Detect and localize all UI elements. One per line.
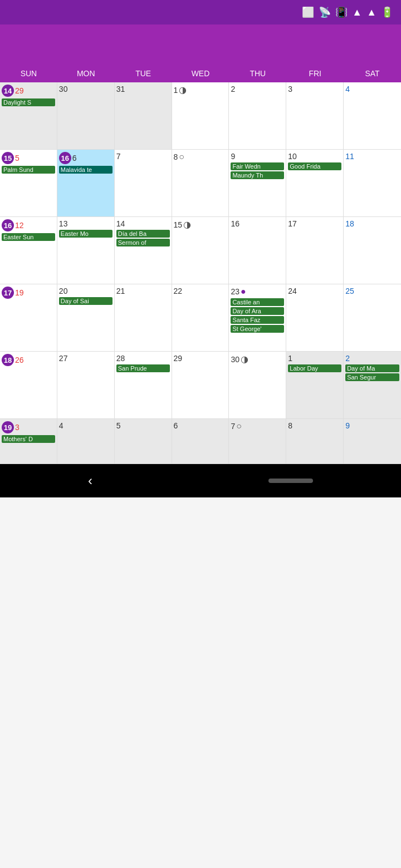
date-number: 23 [231,287,239,296]
event-item[interactable]: Palm Sund [2,166,55,174]
calendar-cell-4-6[interactable]: 24 [286,284,344,351]
event-item[interactable]: Santa Faz [231,316,284,324]
home-indicator[interactable] [268,479,313,483]
day-header-mon: MON [57,67,115,80]
calendar-cell-6-5[interactable]: 7○ [229,419,286,463]
calendar-cell-5-6[interactable]: 1Labor Day [286,352,344,418]
date-number: 12 [15,221,24,230]
cell-date: 24 [288,287,341,295]
calendar-cell-2-1[interactable]: 155Palm Sund [0,150,57,216]
calendar-cell-4-1[interactable]: 1719 [0,284,57,351]
calendar-cell-1-5[interactable]: 2 [229,82,286,149]
calendar-cell-3-3[interactable]: 14Día del BaSermon of [115,217,172,284]
cell-date: 1◑ [174,85,227,95]
calendar-cell-5-1[interactable]: 1826 [0,352,57,418]
calendar-cell-1-6[interactable]: 3 [286,82,344,149]
event-item[interactable]: Day of Ma [345,364,399,372]
date-number: 4 [59,421,63,430]
cell-date: 8 [288,421,341,430]
event-item[interactable]: St George' [231,325,284,333]
calendar-cell-6-6[interactable]: 8 [286,419,344,463]
day-header-sat: SAT [344,67,401,80]
event-item[interactable]: San Segur [345,373,399,381]
moon-icon: ◑ [183,219,191,230]
calendar-cell-6-2[interactable]: 4 [57,419,115,463]
calendar-cell-2-4[interactable]: 8○ [172,150,229,216]
calendar-cell-1-4[interactable]: 1◑ [172,82,229,149]
moon-full-icon: ● [241,287,246,297]
calendar-cell-6-4[interactable]: 6 [172,419,229,463]
calendar-cell-6-1[interactable]: 193Mothers' D [0,419,57,463]
event-item[interactable]: Mothers' D [2,435,55,443]
calendar-cell-3-2[interactable]: 13Easter Mo [57,217,115,284]
calendar-cell-2-7[interactable]: 11 [344,150,401,216]
week-number-badge: 16 [59,152,71,164]
event-item[interactable]: Sermon of [116,239,170,246]
bottom-nav: ‹ [0,464,401,497]
event-item[interactable]: Daylight S [2,98,55,106]
calendar-cell-6-3[interactable]: 5 [115,419,172,463]
event-item[interactable]: Día del Ba [116,230,170,238]
cell-date: 30 [59,85,113,93]
calendar-cell-5-5[interactable]: 30◑ [229,352,286,418]
event-item[interactable]: Maundy Th [231,171,284,179]
event-item[interactable]: Labor Day [288,364,341,372]
event-item[interactable]: Malavida te [59,166,113,174]
calendar-cell-4-5[interactable]: 23●Castile anDay of AraSanta FazSt Georg… [229,284,286,351]
calendar-cell-5-4[interactable]: 29 [172,352,229,418]
calendar-cell-2-3[interactable]: 7 [115,150,172,216]
date-number: 1 [288,354,292,363]
event-item[interactable]: Easter Sun [2,233,55,241]
cell-date: 18 [345,219,399,228]
week-number-badge: 16 [2,219,14,231]
date-number: 19 [15,288,24,297]
cell-date: 9 [231,152,284,161]
status-icons: ⬜ 📡 📳 ▲ ▲ 🔋 [302,6,393,18]
calendar-cell-1-3[interactable]: 31 [115,82,172,149]
calendar-cell-1-1[interactable]: 1429Daylight S [0,82,57,149]
event-item[interactable]: Castile an [231,298,284,306]
event-item[interactable]: San Prude [116,364,170,372]
cell-date: 13 [59,219,113,228]
calendar-cell-5-3[interactable]: 28San Prude [115,352,172,418]
calendar-cell-5-2[interactable]: 27 [57,352,115,418]
calendar-cell-2-6[interactable]: 10Good Frida [286,150,344,216]
event-item[interactable]: Day of Sai [59,297,113,305]
calendar-cell-4-7[interactable]: 25 [344,284,401,351]
calendar-cell-4-3[interactable]: 21 [115,284,172,351]
calendar-cell-4-4[interactable]: 22 [172,284,229,351]
cell-date: 25 [345,287,399,295]
date-number: 29 [174,354,183,363]
calendar-cell-2-2[interactable]: 166Malavida te [57,150,115,216]
calendar-cell-3-5[interactable]: 16 [229,217,286,284]
date-number: 27 [59,354,68,363]
day-headers: SUNMONTUEWEDTHUFRISAT [0,65,401,82]
calendar-cell-3-1[interactable]: 1612Easter Sun [0,217,57,284]
calendar-cell-3-4[interactable]: 15◑ [172,217,229,284]
calendar-week-6: 193Mothers' D4567○89 [0,419,401,464]
date-number: 18 [345,219,354,228]
date-number: 9 [231,152,235,161]
calendar-cell-2-5[interactable]: 9Fair WednMaundy Th [229,150,286,216]
cell-date: 7 [116,152,170,161]
cell-date: 5 [116,421,170,430]
date-number: 3 [288,85,292,93]
event-item[interactable]: Easter Mo [59,230,113,238]
event-item[interactable]: Fair Wedn [231,162,284,170]
cell-date: 2 [345,354,399,363]
date-number: 5 [15,154,19,162]
date-number: 22 [174,287,183,295]
calendar-cell-6-7[interactable]: 9 [344,419,401,463]
back-button[interactable]: ‹ [88,473,92,489]
calendar-cell-4-2[interactable]: 20Day of Sai [57,284,115,351]
calendar-cell-1-7[interactable]: 4 [344,82,401,149]
calendar-cell-3-6[interactable]: 17 [286,217,344,284]
calendar-cell-1-2[interactable]: 30 [57,82,115,149]
calendar-cell-3-7[interactable]: 18 [344,217,401,284]
date-number: 11 [345,152,354,161]
event-item[interactable]: Good Frida [288,162,341,170]
cell-date: 4 [59,421,113,430]
calendar-cell-5-7[interactable]: 2Day of MaSan Segur [344,352,401,418]
date-number: 31 [116,85,125,93]
event-item[interactable]: Day of Ara [231,307,284,315]
